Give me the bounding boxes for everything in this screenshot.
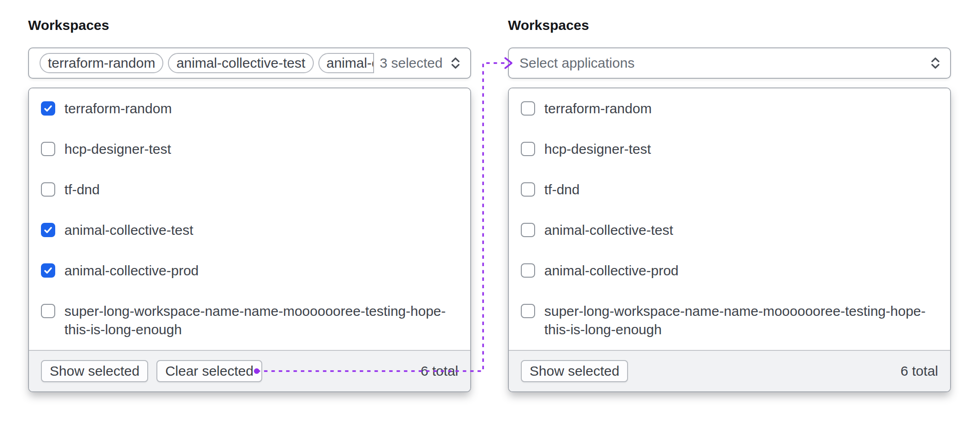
total-count: 6 total bbox=[900, 363, 938, 379]
checkbox[interactable] bbox=[521, 263, 535, 278]
option-terraform-random[interactable]: terraform-random bbox=[29, 88, 470, 129]
left-select-trigger[interactable]: terraform-random animal-collective-test … bbox=[28, 47, 471, 79]
left-options-list: terraform-random hcp-designer-test tf-dn… bbox=[29, 88, 470, 350]
option-animal-collective-prod[interactable]: animal-collective-prod bbox=[509, 250, 950, 291]
page: Workspaces terraform-random animal-colle… bbox=[0, 0, 980, 442]
check-icon bbox=[43, 103, 53, 114]
option-animal-collective-test[interactable]: animal-collective-test bbox=[509, 210, 950, 250]
checkbox[interactable] bbox=[41, 263, 55, 278]
option-label: super-long-workspace-name-name-moooooore… bbox=[544, 302, 938, 339]
option-animal-collective-test[interactable]: animal-collective-test bbox=[29, 210, 470, 250]
option-label: animal-collective-prod bbox=[544, 262, 679, 280]
pill-animal-collective-prod[interactable]: animal-collective-prod bbox=[318, 53, 375, 73]
left-field-label: Workspaces bbox=[28, 17, 471, 33]
left-dropdown-panel: terraform-random hcp-designer-test tf-dn… bbox=[28, 87, 471, 392]
option-label: animal-collective-test bbox=[544, 221, 673, 239]
check-icon bbox=[43, 225, 53, 235]
option-label: super-long-workspace-name-name-moooooore… bbox=[64, 302, 458, 339]
option-tf-dnd[interactable]: tf-dnd bbox=[29, 169, 470, 210]
checkbox[interactable] bbox=[521, 182, 535, 197]
check-icon bbox=[43, 265, 53, 276]
left-multiselect: Workspaces terraform-random animal-colle… bbox=[28, 17, 471, 392]
option-label: tf-dnd bbox=[64, 180, 100, 199]
pill-terraform-random[interactable]: terraform-random bbox=[40, 53, 163, 73]
option-terraform-random[interactable]: terraform-random bbox=[509, 88, 950, 129]
right-select-trigger[interactable]: Select applications bbox=[508, 47, 951, 79]
right-field-label: Workspaces bbox=[508, 17, 951, 33]
checkbox[interactable] bbox=[41, 223, 55, 237]
total-count: 6 total bbox=[421, 363, 458, 379]
clear-selected-button[interactable]: Clear selected bbox=[156, 360, 262, 382]
checkbox[interactable] bbox=[41, 101, 55, 116]
option-animal-collective-prod[interactable]: animal-collective-prod bbox=[29, 250, 470, 291]
show-selected-button[interactable]: Show selected bbox=[41, 360, 148, 382]
option-hcp-designer-test[interactable]: hcp-designer-test bbox=[509, 129, 950, 169]
right-options-list: terraform-random hcp-designer-test tf-dn… bbox=[509, 88, 950, 350]
checkbox[interactable] bbox=[521, 142, 535, 156]
placeholder-text: Select applications bbox=[519, 55, 922, 71]
checkbox[interactable] bbox=[521, 223, 535, 237]
option-label: terraform-random bbox=[64, 99, 172, 118]
checkbox[interactable] bbox=[41, 304, 55, 318]
option-super-long-workspace[interactable]: super-long-workspace-name-name-moooooore… bbox=[29, 291, 470, 350]
option-super-long-workspace[interactable]: super-long-workspace-name-name-moooooore… bbox=[509, 291, 950, 350]
caret-sort-icon bbox=[448, 56, 463, 70]
checkbox[interactable] bbox=[41, 142, 55, 156]
option-label: animal-collective-test bbox=[64, 221, 193, 239]
caret-sort-icon bbox=[928, 56, 943, 70]
right-panel-footer: Show selected 6 total bbox=[509, 350, 950, 391]
right-dropdown-panel: terraform-random hcp-designer-test tf-dn… bbox=[508, 87, 951, 392]
right-multiselect: Workspaces Select applications terraform… bbox=[508, 17, 951, 392]
option-label: tf-dnd bbox=[544, 180, 580, 199]
option-hcp-designer-test[interactable]: hcp-designer-test bbox=[29, 129, 470, 169]
option-label: hcp-designer-test bbox=[544, 140, 651, 158]
show-selected-button[interactable]: Show selected bbox=[521, 360, 628, 382]
checkbox[interactable] bbox=[521, 304, 535, 318]
checkbox[interactable] bbox=[41, 182, 55, 197]
option-tf-dnd[interactable]: tf-dnd bbox=[509, 169, 950, 210]
option-label: animal-collective-prod bbox=[64, 262, 199, 280]
option-label: hcp-designer-test bbox=[64, 140, 171, 158]
selected-count-text: 3 selected bbox=[380, 55, 443, 71]
option-label: terraform-random bbox=[544, 99, 651, 118]
checkbox[interactable] bbox=[521, 101, 535, 116]
left-panel-footer: Show selected Clear selected 6 total bbox=[29, 350, 470, 391]
pill-animal-collective-test[interactable]: animal-collective-test bbox=[168, 53, 313, 73]
selected-pills: terraform-random animal-collective-test … bbox=[40, 53, 374, 73]
